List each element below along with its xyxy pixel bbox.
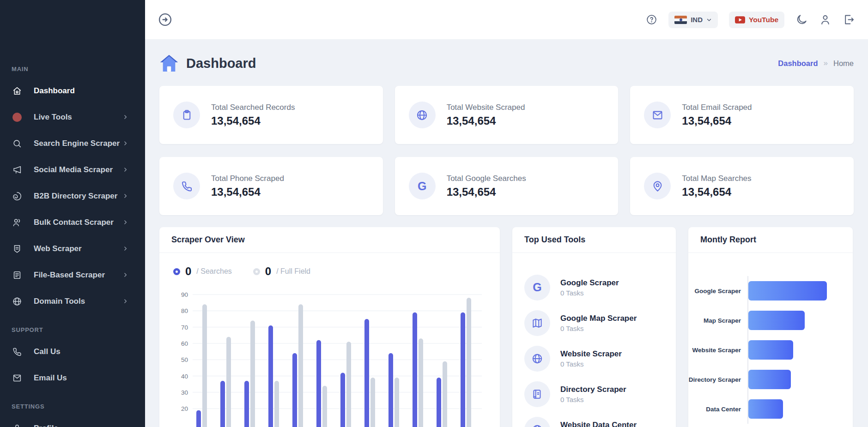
youtube-button[interactable]: YouTube bbox=[729, 12, 784, 28]
tool-row-google-map-scraper[interactable]: Google Map Scraper0 Tasks bbox=[512, 305, 676, 341]
y-axis-tick-label: 50 bbox=[181, 356, 188, 363]
youtube-label: YouTube bbox=[749, 16, 778, 24]
web-icon-wrap bbox=[12, 243, 23, 254]
chevron-right-icon bbox=[122, 140, 128, 146]
megaphone-icon-wrap bbox=[12, 164, 23, 175]
handshake-icon-wrap bbox=[12, 191, 23, 202]
dark-mode-toggle[interactable] bbox=[795, 13, 808, 26]
sidebar-item-call-us[interactable]: Call Us bbox=[0, 338, 145, 365]
monthly-chart: Google ScraperMap ScraperWebsite Scraper… bbox=[688, 253, 853, 424]
help-button[interactable] bbox=[646, 14, 657, 25]
bar-full-field bbox=[298, 304, 303, 427]
chevron-right-icon bbox=[122, 167, 128, 173]
stat-label: Total Google Searches bbox=[447, 174, 526, 183]
chart-legend: 0/ Searches0/ Full Field bbox=[173, 265, 486, 278]
monthly-bar-area bbox=[747, 276, 844, 306]
tool-task-count: 0 Tasks bbox=[560, 325, 637, 332]
sidebar-item-live-tools[interactable]: Live Tools bbox=[0, 104, 145, 130]
monthly-report-title: Montly Report bbox=[700, 235, 756, 245]
bar-searches bbox=[196, 410, 201, 427]
monthly-category-label: Map Scraper bbox=[688, 317, 747, 324]
sidebar-item-file-based-scraper[interactable]: File-Based Scraper bbox=[0, 262, 145, 288]
breadcrumb-home: Home bbox=[833, 59, 854, 68]
monthly-category-label: Google Scraper bbox=[688, 288, 747, 295]
stat-icon-circle bbox=[644, 102, 671, 128]
legend-label: / Searches bbox=[196, 267, 231, 276]
monthly-category-label: Data Center bbox=[688, 406, 747, 413]
y-axis-tick-label: 40 bbox=[181, 373, 188, 380]
legend-dot-icon bbox=[253, 268, 260, 275]
stat-icon-circle bbox=[173, 173, 200, 199]
user-icon-wrap bbox=[12, 423, 23, 427]
monthly-row-data-center: Data Center bbox=[688, 394, 844, 424]
sidebar-item-label: Social Media Scraper bbox=[34, 165, 113, 174]
sidebar-item-label: File-Based Scraper bbox=[34, 271, 105, 280]
legend-value: 0 bbox=[185, 265, 191, 278]
india-flag-icon bbox=[674, 16, 687, 24]
youtube-icon bbox=[735, 16, 745, 24]
megaphone-icon bbox=[12, 165, 22, 175]
sidebar-item-label: Domain Tools bbox=[34, 297, 85, 306]
app: MAINDashboardLive ToolsSearch Engine Scr… bbox=[0, 0, 868, 427]
sidebar-item-label: Bulk Contact Scraper bbox=[34, 218, 114, 227]
bar-full-field bbox=[346, 342, 351, 427]
sidebar-section-support: SUPPORTCall UsEmail Us bbox=[0, 325, 145, 391]
tool-icon-circle bbox=[524, 417, 550, 427]
sidebar-item-search-engine-scraper[interactable]: Search Engine Scraper bbox=[0, 130, 145, 156]
mail-icon bbox=[651, 109, 664, 121]
sidebar-item-email-us[interactable]: Email Us bbox=[0, 365, 145, 391]
scraper-overview-panel: Scraper Over View 0/ Searches0/ Full Fie… bbox=[159, 227, 500, 427]
top-used-tools-header: Top Used Tools bbox=[512, 227, 676, 253]
main-content: Dashboard Dashboard » Home Total Searche… bbox=[145, 40, 868, 427]
bar-full-field bbox=[250, 320, 255, 427]
sidebar-item-label: Profile bbox=[34, 424, 58, 427]
bar-searches bbox=[292, 353, 297, 427]
language-selector[interactable]: IND bbox=[668, 12, 718, 28]
sidebar-item-bulk-contact-scraper[interactable]: Bulk Contact Scraper bbox=[0, 209, 145, 235]
chevron-right-icon bbox=[122, 298, 128, 304]
legend-item-searches[interactable]: 0/ Searches bbox=[173, 265, 232, 278]
live-dot-icon-wrap bbox=[12, 112, 23, 123]
logout-button[interactable] bbox=[843, 13, 855, 26]
sidebar-item-domain-tools[interactable]: Domain Tools bbox=[0, 288, 145, 314]
stat-card-total-searched-records: Total Searched Records13,54,654 bbox=[159, 86, 383, 144]
monthly-bar bbox=[748, 281, 827, 301]
stat-value: 13,54,654 bbox=[447, 186, 526, 198]
stat-value: 13,54,654 bbox=[447, 114, 525, 127]
sidebar-item-label: Search Engine Scraper bbox=[34, 139, 120, 148]
stat-value: 13,54,654 bbox=[682, 186, 751, 198]
tool-name: Directory Scraper bbox=[560, 385, 626, 394]
tool-row-google-scraper[interactable]: GGoogle Scraper0 Tasks bbox=[512, 270, 676, 305]
monthly-bar bbox=[748, 370, 791, 389]
sidebar-section-label: SUPPORT bbox=[0, 325, 145, 336]
tool-row-directory-scraper[interactable]: Directory Scraper0 Tasks bbox=[512, 376, 676, 412]
stat-label: Total Website Scraped bbox=[447, 103, 525, 112]
stat-value: 13,54,654 bbox=[211, 186, 284, 198]
y-axis-tick-label: 60 bbox=[181, 340, 188, 347]
breadcrumb: Dashboard » Home bbox=[778, 59, 854, 68]
bar-full-field bbox=[226, 337, 231, 427]
bar-full-field bbox=[395, 378, 399, 427]
sidebar-item-web-scraper[interactable]: Web Scraper bbox=[0, 235, 145, 262]
monthly-category-label: Website Scraper bbox=[688, 347, 747, 354]
sidebar-item-dashboard[interactable]: Dashboard bbox=[0, 78, 145, 104]
breadcrumb-dashboard-link[interactable]: Dashboard bbox=[778, 59, 818, 68]
legend-item-full-field[interactable]: 0/ Full Field bbox=[253, 265, 310, 278]
globe-icon bbox=[12, 296, 22, 307]
sidebar-collapse-button[interactable] bbox=[158, 12, 173, 27]
monthly-bar bbox=[748, 399, 783, 419]
tool-row-website-data-center[interactable]: Website Data Center0 Tasks bbox=[512, 412, 676, 427]
profile-button[interactable] bbox=[819, 13, 832, 26]
logout-icon bbox=[843, 13, 855, 26]
sidebar-item-social-media-scraper[interactable]: Social Media Scraper bbox=[0, 156, 145, 183]
monthly-bar-area bbox=[747, 394, 844, 424]
tool-row-website-scraper[interactable]: Website Scraper0 Tasks bbox=[512, 341, 676, 376]
tool-task-count: 0 Tasks bbox=[560, 396, 626, 403]
chevron-right-icon bbox=[122, 219, 128, 225]
sidebar-item-b2b-directory-scraper[interactable]: B2B Directory Scraper bbox=[0, 183, 145, 209]
home-icon-wrap bbox=[12, 85, 23, 96]
sidebar-item-profile[interactable]: Profile bbox=[0, 415, 145, 427]
stat-label: Total Email Scraped bbox=[682, 103, 752, 112]
clipboard-icon bbox=[181, 109, 193, 121]
stat-icon-circle bbox=[644, 173, 671, 199]
